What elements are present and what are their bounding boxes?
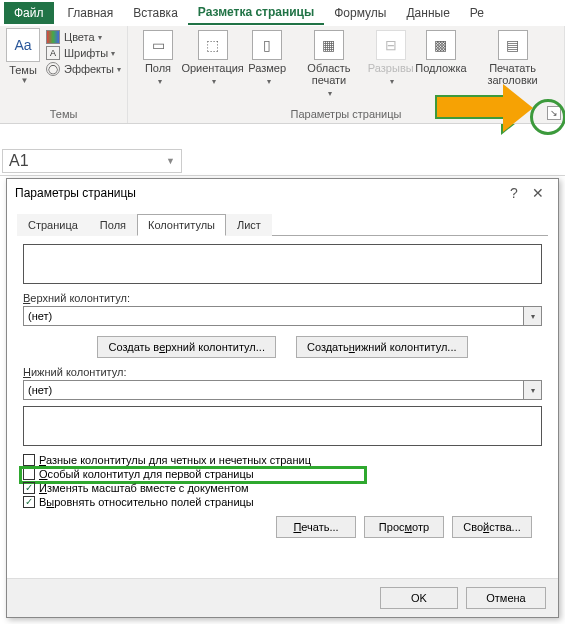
tab-data[interactable]: Данные: [396, 2, 459, 24]
name-box[interactable]: A1 ▼: [2, 149, 182, 173]
effects-label: Эффекты: [64, 63, 114, 75]
margins-label: Поля: [145, 62, 171, 74]
colors-button[interactable]: Цвета ▾: [46, 30, 121, 44]
effects-icon: ◯: [46, 62, 60, 76]
chevron-down-icon: ▾: [158, 77, 162, 86]
properties-button[interactable]: Свойства...: [452, 516, 532, 538]
orientation-label: Ориентация: [181, 62, 243, 74]
breaks-label: Разрывы: [368, 62, 414, 74]
formula-bar-row: A1 ▼: [0, 146, 565, 176]
name-box-value: A1: [9, 152, 29, 170]
chevron-down-icon: ▾: [98, 33, 102, 42]
chevron-down-icon: ▾: [212, 77, 216, 86]
colors-label: Цвета: [64, 31, 95, 43]
margins-button[interactable]: ▭ Поля▾: [134, 28, 182, 89]
chevron-down-icon: ▾: [111, 49, 115, 58]
fonts-button[interactable]: A Шрифты ▾: [46, 46, 121, 60]
top-header-combo[interactable]: (нет) ▾: [23, 306, 542, 326]
themes-label: Темы: [9, 64, 37, 76]
breaks-icon: ⊟: [376, 30, 406, 60]
header-preview: [23, 244, 542, 284]
chevron-down-icon[interactable]: ▾: [523, 307, 541, 325]
bottom-header-label: ижний колонтитул:: [31, 366, 127, 378]
help-button[interactable]: ?: [502, 185, 526, 201]
checkbox-icon: [23, 496, 35, 508]
print-titles-button[interactable]: ▤ Печатать заголовки: [467, 28, 558, 88]
colors-icon: [46, 30, 60, 44]
bottom-header-value: (нет): [24, 384, 523, 396]
group-page-setup-label: Параметры страницы: [134, 108, 558, 123]
print-button[interactable]: Печать...: [276, 516, 356, 538]
dialog-footer: OK Отмена: [7, 578, 558, 617]
chk-align-margins[interactable]: Выровнять относительно полей страницы: [23, 496, 542, 508]
chk-scale-with-doc[interactable]: Изменять масштаб вместе с документом: [23, 482, 542, 494]
background-label: Подложка: [415, 62, 466, 74]
background-icon: ▩: [426, 30, 456, 60]
footer-preview: [23, 406, 542, 446]
size-label: Размер: [248, 62, 286, 74]
ribbon: Aa Темы ▼ Цвета ▾ A Шрифты ▾ ◯ Эффекты: [0, 26, 565, 124]
themes-button[interactable]: Aa Темы ▼: [6, 28, 40, 85]
tab-formulas[interactable]: Формулы: [324, 2, 396, 24]
fonts-icon: A: [46, 46, 60, 60]
orientation-button[interactable]: ⬚ Ориентация▾: [182, 28, 243, 89]
dialog-content: Верхний колонтитул: (нет) ▾ Создать верх…: [17, 235, 548, 578]
checkbox-icon: [23, 468, 35, 480]
tab-page-layout[interactable]: Разметка страницы: [188, 1, 324, 25]
group-themes: Aa Темы ▼ Цвета ▾ A Шрифты ▾ ◯ Эффекты: [0, 26, 128, 123]
chk-diff-first-page[interactable]: Особый колонтитул для первой страницы: [23, 468, 542, 480]
cancel-button[interactable]: Отмена: [466, 587, 546, 609]
page-setup-dialog: Параметры страницы ? ✕ Страница Поля Кол…: [6, 178, 559, 618]
top-header-label: ерхний колонтитул:: [30, 292, 130, 304]
group-page-setup: ▭ Поля▾ ⬚ Ориентация▾ ▯ Размер▾ ▦ Област…: [128, 26, 565, 123]
checkbox-icon: [23, 454, 35, 466]
tab-page[interactable]: Страница: [17, 214, 89, 236]
chevron-down-icon: ▼: [166, 156, 175, 166]
chevron-down-icon: ▾: [267, 77, 271, 86]
orientation-icon: ⬚: [198, 30, 228, 60]
print-area-button[interactable]: ▦ Область печати▾: [291, 28, 367, 101]
tab-file[interactable]: Файл: [4, 2, 54, 24]
ok-button[interactable]: OK: [380, 587, 458, 609]
themes-icon: Aa: [6, 28, 40, 62]
background-button[interactable]: ▩ Подложка: [415, 28, 467, 76]
group-themes-label: Темы: [6, 108, 121, 123]
tab-review[interactable]: Ре: [460, 2, 494, 24]
checkbox-icon: [23, 482, 35, 494]
chevron-down-icon: ▼: [21, 76, 29, 85]
dialog-launcher[interactable]: ↘: [547, 106, 561, 120]
close-button[interactable]: ✕: [526, 185, 550, 201]
size-button[interactable]: ▯ Размер▾: [243, 28, 291, 89]
chevron-down-icon[interactable]: ▾: [523, 381, 541, 399]
create-bottom-header-button[interactable]: Создать нижний колонтитул...: [296, 336, 468, 358]
ribbon-tabs: Файл Главная Вставка Разметка страницы Ф…: [0, 0, 565, 26]
effects-button[interactable]: ◯ Эффекты ▾: [46, 62, 121, 76]
size-icon: ▯: [252, 30, 282, 60]
print-titles-label: Печатать заголовки: [473, 62, 552, 86]
tab-home[interactable]: Главная: [58, 2, 124, 24]
print-area-label: Область печати: [307, 62, 350, 86]
dialog-title: Параметры страницы: [15, 186, 136, 200]
print-titles-icon: ▤: [498, 30, 528, 60]
create-top-header-button[interactable]: Создать верхний колонтитул...: [97, 336, 275, 358]
print-area-icon: ▦: [314, 30, 344, 60]
tab-sheet[interactable]: Лист: [226, 214, 272, 236]
dialog-tabs: Страница Поля Колонтитулы Лист: [7, 207, 558, 235]
preview-button[interactable]: Просмотр: [364, 516, 444, 538]
chk-diff-odd-even[interactable]: Разные колонтитулы для четных и нечетных…: [23, 454, 542, 466]
tab-header-footer[interactable]: Колонтитулы: [137, 214, 226, 236]
margins-icon: ▭: [143, 30, 173, 60]
bottom-header-combo[interactable]: (нет) ▾: [23, 380, 542, 400]
chevron-down-icon: ▾: [117, 65, 121, 74]
chevron-down-icon: ▾: [328, 89, 332, 98]
tab-margins[interactable]: Поля: [89, 214, 137, 236]
tab-insert[interactable]: Вставка: [123, 2, 188, 24]
breaks-button[interactable]: ⊟ Разрывы▾: [367, 28, 415, 89]
top-header-value: (нет): [24, 310, 523, 322]
fonts-label: Шрифты: [64, 47, 108, 59]
dialog-titlebar: Параметры страницы ? ✕: [7, 179, 558, 207]
chevron-down-icon: ▾: [390, 77, 394, 86]
